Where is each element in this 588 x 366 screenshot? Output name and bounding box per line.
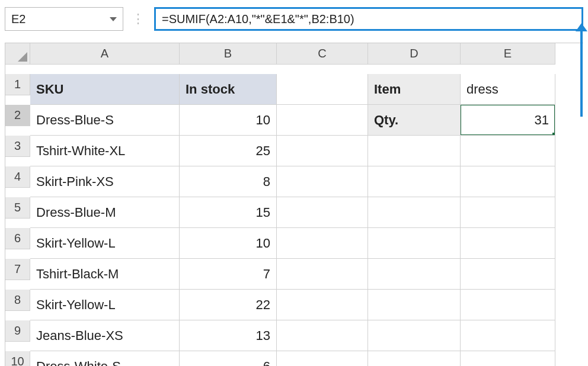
cell-E6[interactable] xyxy=(461,228,555,259)
cell-D9[interactable] xyxy=(368,320,461,351)
row-header-5[interactable]: 5 xyxy=(5,197,30,219)
cell-E7[interactable] xyxy=(461,259,555,290)
formula-bar[interactable]: =SUMIF(A2:A10,"*"&E1&"*",B2:B10) xyxy=(154,7,583,31)
cell-A7[interactable]: Tshirt-Black-M xyxy=(30,259,180,290)
cell-C6[interactable] xyxy=(277,228,368,259)
cell-A4[interactable]: Skirt-Pink-XS xyxy=(30,166,180,197)
cell-B1[interactable]: In stock xyxy=(180,74,277,105)
name-box[interactable]: E2 xyxy=(5,7,123,31)
spreadsheet-grid[interactable]: A B C D E 1 SKU In stock Item dress 2 Dr… xyxy=(5,43,583,366)
cell-A1[interactable]: SKU xyxy=(30,74,180,105)
cell-E8[interactable] xyxy=(461,290,555,320)
name-box-value: E2 xyxy=(11,12,110,26)
cell-B9[interactable]: 13 xyxy=(180,320,277,351)
cell-D4[interactable] xyxy=(368,166,461,197)
cell-D3[interactable] xyxy=(368,136,461,166)
row-header-10[interactable]: 10 xyxy=(5,351,30,366)
cell-E4[interactable] xyxy=(461,166,555,197)
cell-A10[interactable]: Dress-White-S xyxy=(30,351,180,366)
cell-C8[interactable] xyxy=(277,290,368,320)
cell-D6[interactable] xyxy=(368,228,461,259)
row-header-4[interactable]: 4 xyxy=(5,166,30,188)
cell-E5[interactable] xyxy=(461,197,555,228)
cell-C7[interactable] xyxy=(277,259,368,290)
cell-A6[interactable]: Skirt-Yellow-L xyxy=(30,228,180,259)
formula-bar-buttons: ⋮ xyxy=(129,7,148,31)
formula-toolbar: E2 ⋮ =SUMIF(A2:A10,"*"&E1&"*",B2:B10) xyxy=(5,7,583,31)
callout-arrow-icon xyxy=(580,30,583,117)
cell-E9[interactable] xyxy=(461,320,555,351)
cell-E1[interactable]: dress xyxy=(461,74,555,105)
cell-A9[interactable]: Jeans-Blue-XS xyxy=(30,320,180,351)
chevron-down-icon[interactable] xyxy=(110,17,117,21)
cell-D5[interactable] xyxy=(368,197,461,228)
cell-E2-active[interactable]: 31 xyxy=(461,105,555,136)
row-header-3[interactable]: 3 xyxy=(5,136,30,157)
cell-E3[interactable] xyxy=(461,136,555,166)
row-header-6[interactable]: 6 xyxy=(5,228,30,249)
row-header-2[interactable]: 2 xyxy=(5,105,30,126)
cell-B2[interactable]: 10 xyxy=(180,105,277,136)
fill-handle-icon[interactable] xyxy=(552,133,555,136)
cell-A5[interactable]: Dress-Blue-M xyxy=(30,197,180,228)
cell-B5[interactable]: 15 xyxy=(180,197,277,228)
row-header-8[interactable]: 8 xyxy=(5,290,30,311)
formula-bar-value: =SUMIF(A2:A10,"*"&E1&"*",B2:B10) xyxy=(162,12,354,26)
cell-A3[interactable]: Tshirt-White-XL xyxy=(30,136,180,166)
cell-D2[interactable]: Qty. xyxy=(368,105,461,136)
cell-C1[interactable] xyxy=(277,74,368,105)
col-header-B[interactable]: B xyxy=(180,43,277,65)
cell-B8[interactable]: 22 xyxy=(180,290,277,320)
cell-C10[interactable] xyxy=(277,351,368,366)
cell-B7[interactable]: 7 xyxy=(180,259,277,290)
cell-E2-value: 31 xyxy=(535,113,549,128)
row-header-9[interactable]: 9 xyxy=(5,320,30,342)
col-header-A[interactable]: A xyxy=(30,43,180,65)
cell-B3[interactable]: 25 xyxy=(180,136,277,166)
cell-C4[interactable] xyxy=(277,166,368,197)
col-header-E[interactable]: E xyxy=(461,43,555,65)
cell-A8[interactable]: Skirt-Yellow-L xyxy=(30,290,180,320)
cell-D8[interactable] xyxy=(368,290,461,320)
cell-C3[interactable] xyxy=(277,136,368,166)
cell-D1[interactable]: Item xyxy=(368,74,461,105)
cell-B6[interactable]: 10 xyxy=(180,228,277,259)
select-all-corner[interactable] xyxy=(5,43,30,65)
cell-C9[interactable] xyxy=(277,320,368,351)
cell-A2[interactable]: Dress-Blue-S xyxy=(30,105,180,136)
col-header-C[interactable]: C xyxy=(277,43,368,65)
cell-B4[interactable]: 8 xyxy=(180,166,277,197)
cell-D7[interactable] xyxy=(368,259,461,290)
col-header-D[interactable]: D xyxy=(368,43,461,65)
row-header-7[interactable]: 7 xyxy=(5,259,30,280)
cell-C2[interactable] xyxy=(277,105,368,136)
cell-D10[interactable] xyxy=(368,351,461,366)
cell-E10[interactable] xyxy=(461,351,555,366)
cell-B10[interactable]: 6 xyxy=(180,351,277,366)
cell-C5[interactable] xyxy=(277,197,368,228)
row-header-1[interactable]: 1 xyxy=(5,74,30,95)
